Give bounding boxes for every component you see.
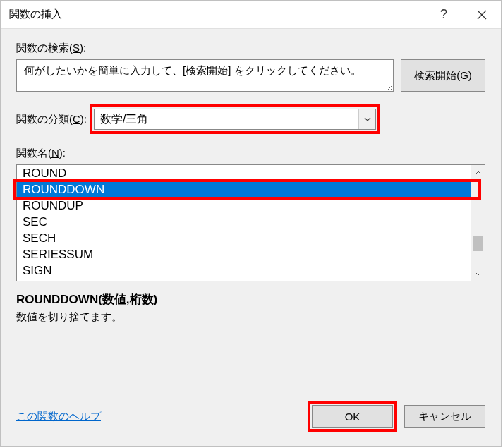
list-item[interactable]: SEC bbox=[17, 214, 471, 230]
list-item[interactable]: SIGN bbox=[17, 262, 471, 279]
highlight-ok: OK bbox=[308, 401, 397, 432]
function-help-link[interactable]: この関数のヘルプ bbox=[16, 410, 101, 423]
list-item[interactable]: ROUNDUP bbox=[17, 198, 471, 214]
function-list-wrap: ROUNDROUNDDOWNROUNDUPSECSECHSERIESSUMSIG… bbox=[16, 164, 485, 281]
dialog-footer: この関数のヘルプ OK キャンセル bbox=[16, 401, 485, 432]
function-description: 数値を切り捨てます。 bbox=[16, 310, 485, 324]
cancel-button[interactable]: キャンセル bbox=[404, 405, 485, 428]
category-selected-text: 数学/三角 bbox=[95, 112, 358, 127]
help-button[interactable]: ? bbox=[425, 1, 463, 29]
list-item[interactable]: SECH bbox=[17, 230, 471, 246]
search-row: 検索開始(G) bbox=[16, 59, 485, 92]
function-listbox[interactable]: ROUNDROUNDDOWNROUNDUPSECSECHSERIESSUMSIG… bbox=[16, 164, 485, 281]
list-item[interactable]: ROUNDDOWN bbox=[17, 181, 471, 198]
insert-function-dialog: 関数の挿入 ? 関数の検索(S): 検索開始(G) 関数の分類(C): 数学/三… bbox=[0, 0, 502, 447]
close-button[interactable] bbox=[463, 1, 501, 29]
category-select[interactable]: 数学/三角 bbox=[94, 109, 376, 130]
scroll-down-button[interactable] bbox=[471, 267, 485, 281]
scrollbar[interactable] bbox=[471, 165, 485, 281]
category-row: 関数の分類(C): 数学/三角 bbox=[16, 104, 485, 134]
close-icon bbox=[477, 10, 487, 20]
scroll-up-button[interactable] bbox=[471, 165, 485, 179]
function-list-items: ROUNDROUNDDOWNROUNDUPSECSECHSERIESSUMSIG… bbox=[17, 165, 471, 281]
funcname-label: 関数名(N): bbox=[16, 147, 485, 160]
scroll-thumb[interactable] bbox=[473, 236, 483, 251]
titlebar: 関数の挿入 ? bbox=[1, 1, 501, 29]
list-item[interactable]: ROUND bbox=[17, 165, 471, 181]
chevron-down-icon bbox=[358, 109, 375, 129]
list-item[interactable]: SERIESSUM bbox=[17, 246, 471, 262]
search-label: 関数の検索(S): bbox=[16, 42, 485, 55]
footer-buttons: OK キャンセル bbox=[308, 401, 485, 432]
search-input[interactable] bbox=[16, 59, 394, 92]
dialog-title: 関数の挿入 bbox=[9, 8, 425, 21]
category-label: 関数の分類(C): bbox=[16, 113, 87, 126]
function-syntax: ROUNDDOWN(数値,桁数) bbox=[16, 291, 485, 308]
dialog-content: 関数の検索(S): 検索開始(G) 関数の分類(C): 数学/三角 bbox=[1, 29, 501, 446]
search-start-button[interactable]: 検索開始(G) bbox=[401, 59, 485, 92]
ok-button[interactable]: OK bbox=[312, 405, 393, 428]
highlight-category: 数学/三角 bbox=[90, 104, 380, 134]
